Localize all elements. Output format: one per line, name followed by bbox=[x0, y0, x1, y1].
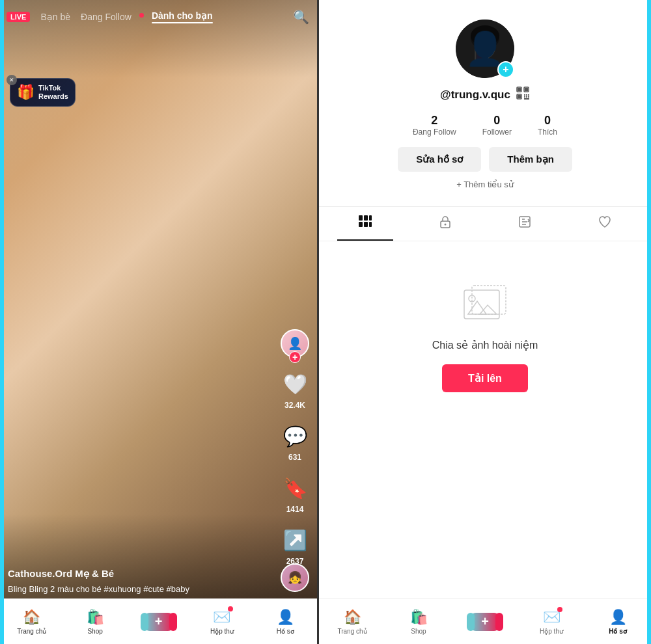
likes-count: 0 bbox=[544, 114, 551, 127]
edit-profile-button[interactable]: Sửa hồ sơ bbox=[398, 147, 481, 172]
rewards-badge[interactable]: ✕ 🎁 TikTok Rewards bbox=[10, 78, 76, 107]
svg-rect-17 bbox=[528, 96, 529, 98]
svg-rect-18 bbox=[524, 98, 529, 100]
add-bio-button[interactable]: Thêm tiểu sử bbox=[456, 180, 514, 189]
following-count: 2 bbox=[431, 114, 437, 127]
share-icon: ↗️ bbox=[281, 526, 309, 554]
svg-rect-11 bbox=[518, 95, 521, 98]
top-nav: LIVE Bạn bè Đang Follow Dành cho bạn 🔍 bbox=[0, 0, 317, 31]
r-nav-home[interactable]: 🏠 Trang chủ bbox=[319, 609, 385, 635]
svg-rect-15 bbox=[526, 96, 527, 98]
svg-rect-23 bbox=[364, 222, 368, 227]
grid-icon bbox=[358, 215, 372, 233]
inbox-icon: ✉️ bbox=[213, 609, 230, 626]
tab-reposted[interactable] bbox=[485, 207, 565, 241]
nav-inbox[interactable]: ✉️ Hộp thư bbox=[190, 609, 253, 635]
rewards-icon: 🎁 bbox=[17, 84, 35, 101]
empty-state: Chia sẻ ảnh hoài niệm Tải lên bbox=[319, 241, 651, 412]
comment-button[interactable]: 💬 631 bbox=[281, 422, 309, 462]
svg-rect-7 bbox=[518, 88, 521, 91]
search-icon[interactable]: 🔍 bbox=[293, 9, 309, 25]
tab-locked[interactable] bbox=[406, 207, 486, 241]
r-shop-label: Shop bbox=[411, 628, 426, 635]
svg-rect-21 bbox=[369, 215, 372, 221]
bookmark-icon: 🔖 bbox=[281, 474, 309, 502]
followers-count: 0 bbox=[493, 114, 500, 127]
bookmark-count: 1414 bbox=[286, 505, 304, 514]
svg-rect-4 bbox=[477, 46, 487, 61]
right-bottom-nav: 🏠 Trang chủ 🛍️ Shop + ✉️ Hộp thư 👤 Hồ sơ bbox=[319, 598, 651, 644]
video-info: Cathouse.Ord Mẹ & Bé Bling Bling 2 màu c… bbox=[8, 568, 275, 595]
repost-icon bbox=[518, 215, 532, 233]
svg-point-5 bbox=[471, 25, 499, 46]
right-actions: 👤 + 🤍 32.4K 💬 631 🔖 1414 ↗️ 2637 bbox=[281, 329, 309, 566]
memory-icon bbox=[459, 280, 511, 326]
bottom-nav: 🏠 Trang chủ 🛍️ Shop + ✉️ Hộp thư 👤 Hồ sơ bbox=[0, 598, 317, 644]
like-button[interactable]: 🤍 32.4K bbox=[281, 369, 309, 410]
r-create-plus-icon: + bbox=[481, 614, 489, 629]
profile-avatar-wrap: + bbox=[456, 20, 514, 78]
heart-icon: 🤍 bbox=[281, 369, 309, 398]
right-phone: + @trung.v.quc bbox=[319, 0, 651, 644]
profile-username: @trung.v.quc bbox=[440, 86, 530, 103]
r-nav-profile[interactable]: 👤 Hồ sơ bbox=[585, 609, 651, 635]
shop-label: Shop bbox=[87, 628, 102, 635]
nav-profile[interactable]: 👤 Hồ sơ bbox=[254, 609, 317, 635]
comment-count: 631 bbox=[288, 453, 301, 462]
nav-shop[interactable]: 🛍️ Shop bbox=[63, 609, 126, 635]
r-nav-shop[interactable]: 🛍️ Shop bbox=[385, 609, 452, 635]
svg-rect-13 bbox=[526, 94, 527, 96]
nav-tab-following[interactable]: Đang Follow bbox=[77, 9, 135, 25]
tab-liked[interactable] bbox=[565, 207, 645, 241]
svg-rect-24 bbox=[369, 222, 372, 227]
tab-posts[interactable] bbox=[326, 207, 406, 241]
svg-rect-22 bbox=[359, 222, 363, 227]
r-nav-inbox[interactable]: ✉️ Hộp thư bbox=[518, 609, 585, 635]
r-shop-icon: 🛍️ bbox=[410, 609, 428, 626]
r-profile-icon: 👤 bbox=[609, 609, 627, 626]
inbox-label: Hộp thư bbox=[210, 628, 234, 635]
share-button[interactable]: ↗️ 2637 bbox=[281, 526, 309, 566]
r-home-label: Trang chủ bbox=[337, 628, 367, 635]
likes-label: Thích bbox=[538, 127, 557, 137]
video-description: Bling Bling 2 màu cho bé #xuhuong #cute … bbox=[8, 584, 275, 595]
like-count: 32.4K bbox=[284, 401, 305, 410]
profile-action-buttons: Sửa hồ sơ Thêm bạn bbox=[398, 147, 572, 172]
stats-row: 2 Đang Follow 0 Follower 0 Thích bbox=[413, 114, 557, 137]
add-friend-button[interactable]: Thêm bạn bbox=[489, 147, 572, 172]
left-phone: ✕ 🎁 TikTok Rewards LIVE Bạn bè Đang Foll… bbox=[0, 0, 319, 644]
followers-stat[interactable]: 0 Follower bbox=[482, 114, 512, 137]
inbox-notification-dot bbox=[228, 606, 233, 611]
home-icon: 🏠 bbox=[23, 609, 40, 626]
qr-code-icon[interactable] bbox=[516, 86, 530, 103]
profile-label: Hồ sơ bbox=[277, 628, 294, 635]
creator-avatar[interactable]: 👧 bbox=[281, 563, 309, 592]
nav-tab-foryou[interactable]: Dành cho bạn bbox=[148, 8, 217, 26]
nav-create[interactable]: + bbox=[127, 613, 190, 631]
following-stat[interactable]: 2 Đang Follow bbox=[413, 114, 456, 137]
lock-icon bbox=[438, 215, 452, 233]
follow-plus-button[interactable]: + bbox=[289, 351, 301, 363]
r-nav-create[interactable]: + bbox=[452, 613, 518, 631]
svg-rect-16 bbox=[528, 94, 529, 96]
nav-tab-friends[interactable]: Bạn bè bbox=[36, 9, 74, 25]
nav-home[interactable]: 🏠 Trang chủ bbox=[0, 609, 63, 635]
upload-button[interactable]: Tải lên bbox=[442, 364, 528, 392]
empty-state-text: Chia sẻ ảnh hoài niệm bbox=[432, 339, 538, 351]
shop-icon: 🛍️ bbox=[87, 609, 104, 626]
live-badge: LIVE bbox=[7, 12, 30, 22]
svg-rect-9 bbox=[525, 88, 528, 91]
bookmark-button[interactable]: 🔖 1414 bbox=[281, 474, 309, 514]
following-label: Đang Follow bbox=[413, 127, 456, 137]
followers-label: Follower bbox=[482, 127, 512, 137]
creator-avatar-action[interactable]: 👤 + bbox=[281, 329, 309, 358]
r-inbox-wrap: ✉️ bbox=[543, 609, 561, 626]
profile-icon: 👤 bbox=[277, 609, 294, 626]
likes-stat[interactable]: 0 Thích bbox=[538, 114, 557, 137]
profile-header: + @trung.v.quc bbox=[319, 0, 651, 206]
svg-rect-14 bbox=[524, 96, 525, 98]
add-avatar-button[interactable]: + bbox=[497, 61, 514, 78]
svg-point-1 bbox=[471, 26, 499, 49]
close-rewards-button[interactable]: ✕ bbox=[7, 75, 17, 85]
r-profile-label: Hồ sơ bbox=[609, 628, 627, 635]
